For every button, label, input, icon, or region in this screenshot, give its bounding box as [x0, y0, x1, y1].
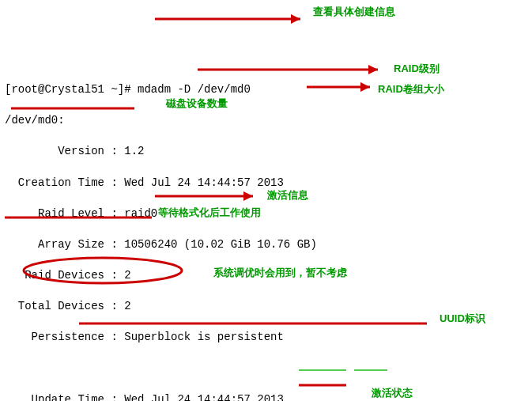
svg-marker-1: [291, 14, 300, 24]
annotation-uuid-label: UUID标识: [440, 312, 485, 326]
annotation-raid-level: RAID级别: [394, 62, 440, 76]
prompt-line: [root@Crystal51 ~]# mdadm -D /dev/md0: [5, 82, 527, 98]
annotation-active-info: 激活信息: [267, 188, 308, 202]
update-time-line: Update Time : Wed Jul 24 14:44:57 2013: [5, 392, 527, 401]
annotation-chunk-note: 系统调优时会用到，暂不考虑: [213, 266, 347, 280]
creation-time-line: Creation Time : Wed Jul 24 14:44:57 2013: [5, 176, 527, 191]
blank-1: [5, 361, 527, 377]
annotation-active-state: 激活状态: [372, 386, 413, 400]
annotation-disk-count: 磁盘设备数量: [166, 96, 228, 111]
raid-level-line: Raid Level : raid0: [5, 206, 527, 222]
prompt: [root@Crystal51 ~]#: [5, 83, 138, 96]
svg-marker-7: [243, 191, 253, 201]
svg-marker-3: [368, 65, 378, 74]
array-size-line: Array Size : 10506240 (10.02 GiB 10.76 G…: [5, 237, 527, 253]
annotation-view-info: 查看具体创建信息: [313, 5, 395, 19]
version-line: Version : 1.2: [5, 144, 527, 160]
annotation-working-wait: 等待格式化后工作使用: [158, 206, 261, 220]
device-line: /dev/md0:: [5, 113, 527, 129]
command: mdadm -D /dev/md0: [138, 83, 251, 96]
annotation-volume-size: RAID卷组大小: [378, 82, 444, 96]
persistence-line: Persistence : Superblock is persistent: [5, 330, 527, 346]
